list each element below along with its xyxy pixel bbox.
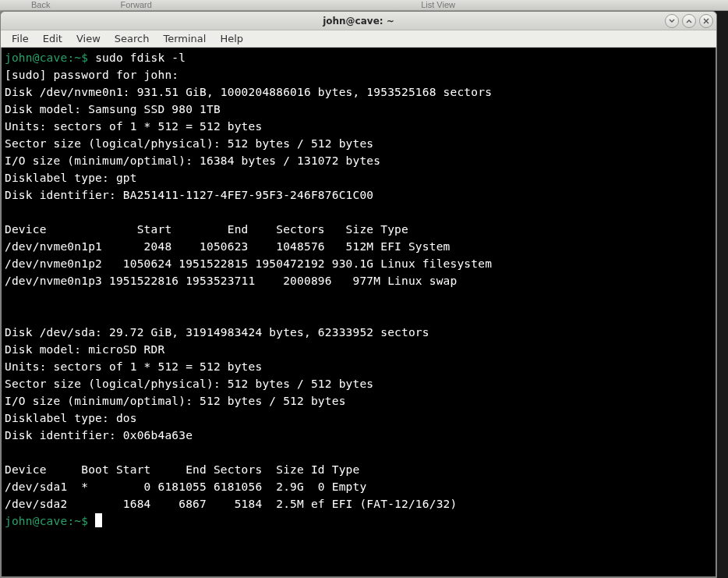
terminal-area[interactable]: john@cave:~$ sudo fdisk -l [sudo] passwo…	[1, 48, 716, 577]
disk1-line3: Units: sectors of 1 * 512 = 512 bytes	[5, 118, 712, 135]
prompt-dollar-2: $	[81, 515, 95, 527]
disk2-line4: Sector size (logical/physical): 512 byte…	[5, 375, 712, 392]
window-title: john@cave: ~	[323, 16, 394, 27]
disk1-part2: /dev/nvme0n1p2 1050624 1951522815 195047…	[5, 255, 712, 272]
disk2-part2: /dev/sda2 1684 6867 5184 2.5M ef EFI (FA…	[5, 495, 712, 512]
command-1: sudo fdisk -l	[95, 51, 186, 64]
close-icon	[703, 18, 709, 24]
disk2-line6: Disklabel type: dos	[5, 410, 712, 427]
close-button[interactable]	[699, 14, 713, 28]
menu-help[interactable]: Help	[214, 31, 249, 46]
maximize-icon	[686, 18, 692, 24]
bg-listview-label: List View	[421, 0, 455, 9]
disk2-line2: Disk model: microSD RDR	[5, 341, 712, 358]
window-buttons	[665, 14, 713, 28]
disk1-header: Device Start End Sectors Size Type	[5, 221, 712, 238]
minimize-icon	[669, 18, 675, 24]
menubar: File Edit View Search Terminal Help	[1, 30, 716, 48]
maximize-button[interactable]	[682, 14, 696, 28]
disk2-line7: Disk identifier: 0x06b4a63e	[5, 427, 712, 444]
prompt-colon-2: :	[67, 515, 74, 527]
disk1-line2: Disk model: Samsung SSD 980 1TB	[5, 101, 712, 118]
bg-forward-label: Forward	[120, 0, 151, 9]
cursor	[95, 513, 102, 527]
blank-4	[5, 444, 712, 461]
sudo-line: [sudo] password for john:	[5, 66, 712, 83]
disk1-line5: I/O size (minimum/optimal): 16384 bytes …	[5, 152, 712, 169]
disk1-line6: Disklabel type: gpt	[5, 169, 712, 186]
menu-view[interactable]: View	[70, 31, 107, 46]
bg-back-label: Back	[31, 0, 50, 9]
disk1-part3: /dev/nvme0n1p3 1951522816 1953523711 200…	[5, 272, 712, 289]
disk1-line7: Disk identifier: BA251411-1127-4FE7-95F3…	[5, 186, 712, 204]
prompt-colon: :	[67, 51, 74, 64]
blank-3	[5, 307, 712, 324]
menu-search[interactable]: Search	[108, 31, 156, 46]
disk1-part1: /dev/nvme0n1p1 2048 1050623 1048576 512M…	[5, 238, 712, 255]
terminal-window: john@cave: ~ File Edit View Search Termi…	[0, 11, 717, 578]
disk2-line3: Units: sectors of 1 * 512 = 512 bytes	[5, 358, 712, 375]
menu-edit[interactable]: Edit	[37, 31, 69, 46]
blank-2	[5, 289, 712, 307]
titlebar[interactable]: john@cave: ~	[1, 12, 716, 30]
prompt-path: ~	[74, 51, 81, 64]
disk2-line5: I/O size (minimum/optimal): 512 bytes / …	[5, 392, 712, 410]
menu-terminal[interactable]: Terminal	[157, 31, 212, 46]
prompt-line-1: john@cave:~$ sudo fdisk -l	[5, 49, 712, 66]
minimize-button[interactable]	[665, 14, 679, 28]
disk2-header: Device Boot Start End Sectors Size Id Ty…	[5, 461, 712, 478]
background-toolbar: Back Forward List View	[0, 0, 728, 11]
disk2-part1: /dev/sda1 * 0 6181055 6181056 2.9G 0 Emp…	[5, 478, 712, 495]
prompt-userhost: john@cave	[5, 51, 67, 64]
prompt-path-2: ~	[74, 515, 81, 527]
disk1-line1: Disk /dev/nvme0n1: 931.51 GiB, 100020488…	[5, 83, 712, 101]
blank-1	[5, 204, 712, 221]
prompt-dollar: $	[81, 51, 95, 64]
disk2-line1: Disk /dev/sda: 29.72 GiB, 31914983424 by…	[5, 324, 712, 341]
menu-file[interactable]: File	[5, 31, 35, 46]
prompt-userhost-2: john@cave	[5, 515, 67, 527]
prompt-line-2: john@cave:~$	[5, 512, 712, 530]
disk1-line4: Sector size (logical/physical): 512 byte…	[5, 135, 712, 152]
